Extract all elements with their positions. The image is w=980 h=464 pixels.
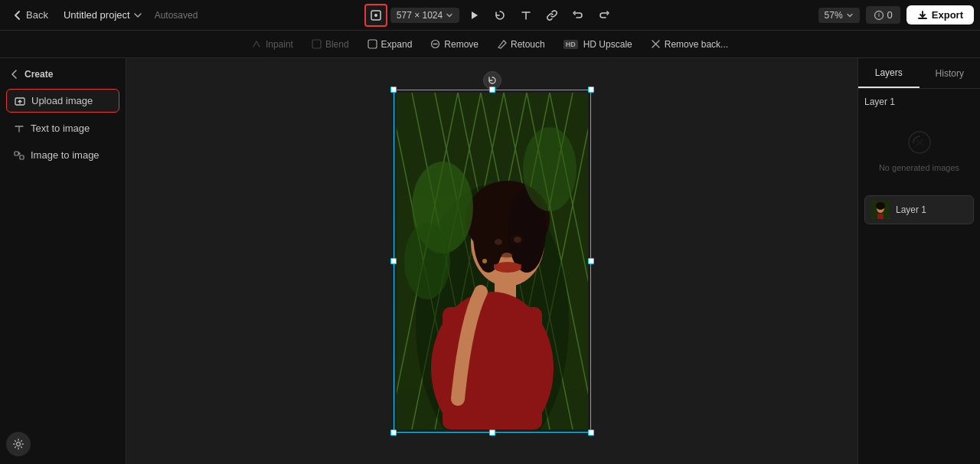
text-to-image-label: Text to image [31, 123, 90, 134]
create-section-label: Create [6, 66, 119, 84]
redo-button[interactable] [593, 4, 616, 27]
export-icon [917, 10, 928, 21]
no-images-icon [906, 129, 933, 156]
svg-rect-8 [15, 152, 18, 155]
svg-rect-49 [877, 214, 884, 219]
layer1-header: Layer 1 [864, 96, 974, 107]
retouch-button[interactable]: Retouch [489, 36, 553, 53]
image-to-image-label: Image to image [31, 149, 100, 161]
inpaint-button[interactable]: Inpaint [244, 36, 301, 53]
handle-middle-left[interactable] [390, 258, 397, 264]
blend-label: Blend [325, 39, 349, 50]
refresh-icon [488, 76, 497, 85]
back-button[interactable]: Back [6, 6, 54, 24]
dimension-display[interactable]: 577 × 1024 [390, 8, 459, 23]
sidebar-item-text-to-image[interactable]: Text to image [6, 117, 119, 139]
layer-item[interactable]: Layer 1 [864, 195, 974, 224]
retouch-label: Retouch [511, 39, 545, 50]
upload-image-icon [15, 96, 25, 106]
secondary-toolbar: Inpaint Blend Expand Remove Retouch HD H… [0, 31, 980, 58]
svg-point-43 [404, 223, 450, 299]
svg-point-40 [501, 253, 512, 259]
remove-bg-button[interactable]: Remove back... [643, 36, 736, 53]
handle-top-right[interactable] [588, 87, 594, 93]
handle-bottom-center[interactable] [489, 430, 495, 436]
text-to-image-icon [14, 123, 24, 134]
svg-rect-4 [312, 40, 321, 48]
remove-icon [430, 39, 440, 49]
sidebar-bottom [6, 432, 119, 456]
svg-text:i: i [878, 12, 880, 18]
back-label: Back [26, 9, 48, 21]
undo-icon [572, 9, 584, 21]
handle-bottom-left[interactable] [390, 430, 397, 436]
select-tool-button[interactable] [364, 4, 387, 27]
no-images-svg [906, 129, 933, 156]
main-content: Create Upload image Text to image Image … [0, 58, 980, 464]
blend-button[interactable]: Blend [304, 36, 357, 53]
canvas-area[interactable] [126, 58, 858, 464]
layer-thumbnail [871, 201, 890, 219]
svg-point-38 [514, 237, 521, 243]
zoom-control[interactable]: 57% [818, 8, 860, 23]
zoom-value: 57% [825, 10, 843, 21]
expand-icon [368, 39, 377, 49]
canvas-image-wrapper[interactable] [397, 93, 588, 430]
chevron-down-small-icon [446, 11, 453, 19]
upscale-label: HD Upscale [583, 39, 632, 50]
expand-label: Expand [381, 39, 413, 50]
tab-layers[interactable]: Layers [858, 58, 920, 88]
svg-point-37 [495, 239, 502, 245]
sidebar-item-upload-image[interactable]: Upload image [6, 89, 119, 113]
svg-point-48 [876, 202, 885, 210]
inpaint-label: Inpaint [266, 39, 293, 50]
handle-top-left[interactable] [390, 87, 397, 93]
remove-button[interactable]: Remove [423, 36, 486, 53]
layers-section: Layer 1 No generated images [858, 89, 980, 464]
layer-item-name: Layer 1 [896, 204, 926, 215]
svg-point-1 [374, 14, 377, 17]
top-bar-center-tools: 577 × 1024 [364, 4, 616, 27]
handle-middle-right[interactable] [588, 258, 594, 264]
export-label: Export [932, 9, 963, 21]
project-name-button[interactable]: Untitled project [59, 6, 147, 24]
tab-history[interactable]: History [920, 58, 981, 88]
canvas-image-content [397, 93, 588, 430]
redo-alt-button[interactable] [488, 4, 511, 27]
autosaved-status: Autosaved [152, 10, 201, 21]
link-tool-button[interactable] [541, 4, 564, 27]
svg-rect-9 [20, 155, 24, 159]
svg-point-41 [482, 259, 487, 263]
notification-button[interactable]: i 0 [866, 6, 900, 24]
layers-tab-label: Layers [875, 67, 903, 78]
layer-thumb-svg [871, 201, 890, 219]
undo-button[interactable] [567, 4, 590, 27]
hd-badge: HD [564, 40, 578, 49]
cycle-icon [494, 9, 506, 21]
back-arrow-icon [12, 10, 23, 21]
text-tool-button[interactable] [514, 4, 537, 27]
notification-count: 0 [887, 9, 893, 21]
export-button[interactable]: Export [906, 5, 974, 25]
upscale-button[interactable]: HD HD Upscale [556, 36, 640, 53]
remove-bg-icon [651, 39, 661, 49]
select-icon [370, 9, 382, 21]
left-sidebar: Create Upload image Text to image Image … [0, 58, 126, 464]
play-button[interactable] [462, 4, 485, 27]
canvas-image [397, 93, 588, 430]
sidebar-item-image-to-image[interactable]: Image to image [6, 144, 119, 166]
play-icon [468, 9, 480, 21]
handle-top-center[interactable] [489, 87, 495, 93]
right-sidebar: Layers History Layer 1 No generated imag… [858, 58, 980, 464]
chevron-down-icon [133, 11, 142, 20]
expand-button[interactable]: Expand [360, 36, 420, 53]
handle-bottom-right[interactable] [588, 430, 594, 436]
no-images-text: No generated images [879, 162, 959, 174]
link-icon [546, 9, 558, 21]
top-toolbar: Back Untitled project Autosaved 577 × 10… [0, 0, 980, 31]
no-images-area: No generated images [864, 113, 974, 189]
bell-icon: i [874, 10, 884, 21]
svg-point-39 [494, 262, 521, 273]
dimension-value: 577 × 1024 [397, 10, 443, 21]
settings-button[interactable] [6, 432, 31, 456]
